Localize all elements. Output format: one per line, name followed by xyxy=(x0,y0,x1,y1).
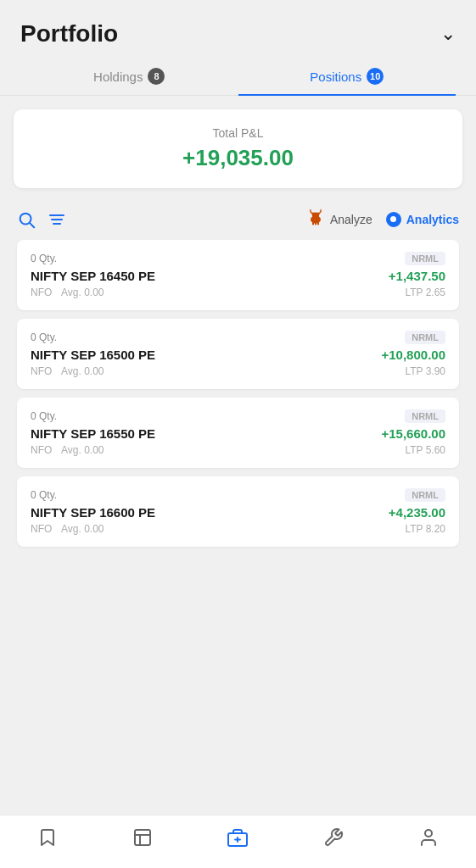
position-ltp: LTP 3.90 xyxy=(405,365,445,377)
position-item[interactable]: 0 Qty. NRML NIFTY SEP 16550 PE +15,660.0… xyxy=(17,398,459,468)
position-tag: NRML xyxy=(405,488,445,502)
position-exchange: NFO xyxy=(31,523,52,535)
tab-holdings-label: Holdings xyxy=(93,70,143,84)
position-exchange: NFO xyxy=(31,365,52,377)
position-avg: Avg. 0.00 xyxy=(61,365,104,377)
position-name: NIFTY SEP 16450 PE xyxy=(31,269,155,283)
position-avg: Avg. 0.00 xyxy=(61,287,104,298)
tabs-container: Holdings 8 Positions 10 xyxy=(0,58,476,96)
tools-icon xyxy=(323,827,344,851)
svg-rect-7 xyxy=(315,222,316,225)
position-tag: NRML xyxy=(405,409,445,423)
svg-rect-8 xyxy=(317,222,319,225)
position-qty: 0 Qty. xyxy=(31,331,57,343)
nav-watchlist[interactable] xyxy=(37,827,58,851)
nav-tools[interactable] xyxy=(323,827,344,851)
position-tag: NRML xyxy=(405,331,445,344)
analytics-label: Analytics xyxy=(406,213,459,226)
position-meta: NFO Avg. 0.00 xyxy=(31,444,111,456)
svg-line-1 xyxy=(30,223,34,227)
bottom-nav xyxy=(0,815,476,868)
watchlist-icon xyxy=(37,827,58,851)
svg-point-15 xyxy=(425,830,432,837)
holdings-badge: 8 xyxy=(148,68,165,85)
position-exchange: NFO xyxy=(31,287,52,298)
position-item[interactable]: 0 Qty. NRML NIFTY SEP 16500 PE +10,800.0… xyxy=(17,319,459,389)
position-qty: 0 Qty. xyxy=(31,410,57,422)
position-meta: NFO Avg. 0.00 xyxy=(31,523,111,535)
pnl-value: +19,035.00 xyxy=(31,145,445,171)
position-qty: 0 Qty. xyxy=(31,489,57,501)
header: Portfolio ⌄ xyxy=(0,0,476,58)
position-ltp: LTP 8.20 xyxy=(405,523,445,535)
position-name: NIFTY SEP 16550 PE xyxy=(31,426,155,441)
svg-rect-9 xyxy=(135,830,150,845)
account-icon xyxy=(418,827,439,851)
position-pnl: +10,800.00 xyxy=(382,348,446,362)
tab-positions[interactable]: Positions 10 xyxy=(238,58,456,95)
tab-holdings[interactable]: Holdings 8 xyxy=(20,58,238,95)
position-item[interactable]: 0 Qty. NRML NIFTY SEP 16450 PE +1,437.50… xyxy=(17,240,459,310)
toolbar: Analyze Analytics xyxy=(0,202,476,240)
page-title: Portfolio xyxy=(20,20,118,47)
analyze-label: Analyze xyxy=(330,213,372,226)
position-meta: NFO Avg. 0.00 xyxy=(31,365,111,377)
position-meta: NFO Avg. 0.00 xyxy=(31,287,111,298)
position-item[interactable]: 0 Qty. NRML NIFTY SEP 16600 PE +4,235.00… xyxy=(17,476,459,547)
analytics-radio-icon xyxy=(386,212,401,227)
svg-rect-6 xyxy=(312,222,314,225)
orders-icon xyxy=(132,827,153,851)
chevron-down-icon[interactable]: ⌄ xyxy=(440,23,456,45)
position-pnl: +4,235.00 xyxy=(389,505,445,520)
position-avg: Avg. 0.00 xyxy=(61,523,104,535)
app-container: Portfolio ⌄ Holdings 8 Positions 10 Tota… xyxy=(0,0,476,868)
tab-positions-label: Positions xyxy=(310,70,361,84)
nav-portfolio[interactable] xyxy=(227,827,249,851)
position-pnl: +1,437.50 xyxy=(389,269,445,283)
pnl-label: Total P&L xyxy=(31,126,445,140)
filter-icon[interactable] xyxy=(49,214,64,225)
analyze-icon xyxy=(306,209,325,230)
positions-list: 0 Qty. NRML NIFTY SEP 16450 PE +1,437.50… xyxy=(0,240,476,815)
analyze-button[interactable]: Analyze xyxy=(306,209,372,230)
position-ltp: LTP 2.65 xyxy=(405,287,445,298)
analytics-button[interactable]: Analytics xyxy=(386,212,459,227)
position-ltp: LTP 5.60 xyxy=(405,444,445,456)
position-pnl: +15,660.00 xyxy=(382,426,446,441)
portfolio-icon xyxy=(227,827,249,851)
position-name: NIFTY SEP 16600 PE xyxy=(31,505,155,520)
position-name: NIFTY SEP 16500 PE xyxy=(31,348,155,362)
position-avg: Avg. 0.00 xyxy=(61,444,104,456)
nav-orders[interactable] xyxy=(132,827,153,851)
position-tag: NRML xyxy=(405,252,445,265)
nav-account[interactable] xyxy=(418,827,439,851)
position-exchange: NFO xyxy=(31,444,52,456)
positions-badge: 10 xyxy=(367,68,384,85)
search-icon[interactable] xyxy=(17,210,36,229)
pnl-card: Total P&L +19,035.00 xyxy=(14,109,462,188)
position-qty: 0 Qty. xyxy=(31,253,57,264)
